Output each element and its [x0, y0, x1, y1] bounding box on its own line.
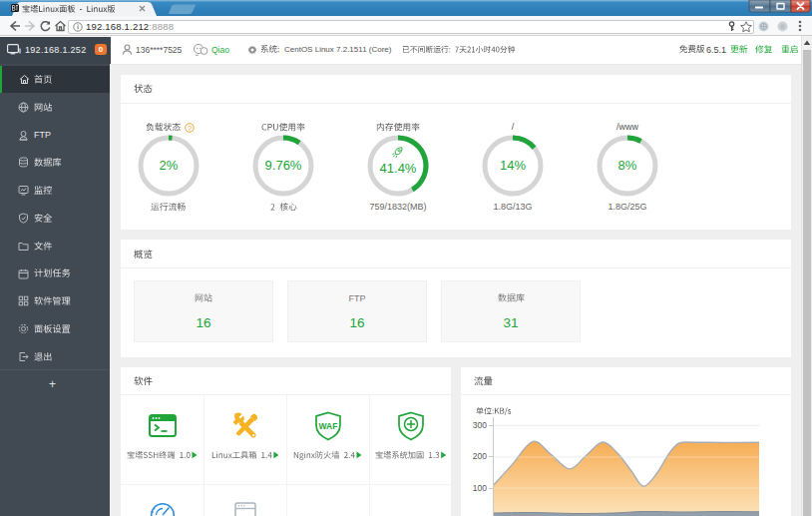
- svg-text:?: ?: [188, 123, 192, 132]
- svg-text:WAF: WAF: [318, 421, 337, 431]
